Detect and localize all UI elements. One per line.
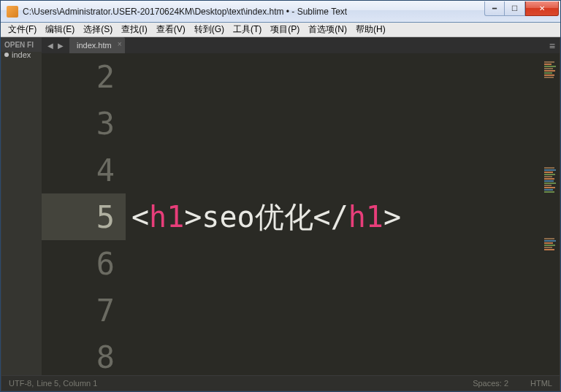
- line-number: 5: [96, 199, 115, 235]
- menu-find[interactable]: 查找(I): [117, 22, 151, 37]
- tab-close-icon[interactable]: ×: [118, 40, 122, 48]
- status-syntax[interactable]: HTML: [530, 379, 552, 388]
- status-bar: UTF-8, Line 5, Column 1 Spaces: 2 HTML: [1, 376, 560, 391]
- nav-forward-icon[interactable]: ▶: [56, 42, 65, 50]
- close-button[interactable]: ✕: [525, 1, 559, 16]
- line-number: 2: [96, 59, 115, 95]
- menu-edit[interactable]: 编辑(E): [41, 22, 79, 37]
- menu-help[interactable]: 帮助(H): [351, 22, 390, 37]
- window-controls: ━ ☐ ✕: [484, 1, 559, 16]
- tab-nav-arrows: ◀ ▶: [46, 42, 65, 50]
- open-file-label: index: [12, 50, 31, 59]
- status-spaces[interactable]: Spaces: 2: [473, 379, 508, 388]
- menu-goto[interactable]: 转到(G): [190, 22, 229, 37]
- tab-menu-icon[interactable]: ≡: [549, 40, 555, 52]
- line-number: 3: [96, 106, 115, 142]
- open-files-header: OPEN FI: [1, 37, 42, 52]
- editor-line: 3: [42, 100, 543, 147]
- editor-line: 7: [42, 287, 543, 334]
- minimap[interactable]: [543, 53, 560, 375]
- app-icon: [7, 6, 18, 18]
- maximize-button[interactable]: ☐: [505, 1, 525, 16]
- code-content[interactable]: <h1>seo优化</h1>: [126, 197, 401, 237]
- open-file-entry[interactable]: index: [1, 50, 42, 59]
- window-titlebar: C:\Users\Administrator.USER-20170624KM\D…: [1, 1, 560, 23]
- editor-area[interactable]: 2 3 4 5 <h1>seo优化</h1> 6 7 8: [42, 53, 543, 375]
- nav-back-icon[interactable]: ◀: [46, 42, 55, 50]
- modified-dot-icon: [4, 53, 9, 57]
- status-position[interactable]: Line 5, Column 1: [37, 379, 97, 388]
- status-encoding[interactable]: UTF-8,: [9, 379, 34, 388]
- tab-label: index.htm: [77, 41, 112, 50]
- tab-index-htm[interactable]: index.htm ×: [69, 37, 125, 53]
- editor-line: 6: [42, 240, 543, 287]
- line-number: 7: [96, 293, 115, 328]
- window-title: C:\Users\Administrator.USER-20170624KM\D…: [23, 7, 484, 17]
- editor-line: 2: [42, 53, 543, 100]
- line-number: 4: [96, 153, 115, 188]
- tab-strip: ◀ ▶ index.htm × ≡: [42, 37, 560, 53]
- menu-tools[interactable]: 工具(T): [229, 22, 266, 37]
- editor-line-current: 5 <h1>seo优化</h1>: [42, 193, 543, 240]
- minimize-button[interactable]: ━: [484, 1, 505, 16]
- sidebar: [1, 37, 42, 375]
- editor-line: 8: [42, 334, 543, 375]
- menu-project[interactable]: 项目(P): [266, 22, 304, 37]
- editor-line: 4: [42, 147, 543, 193]
- menu-prefs[interactable]: 首选项(N): [304, 22, 351, 37]
- menu-view[interactable]: 查看(V): [152, 22, 190, 37]
- menu-file[interactable]: 文件(F): [4, 22, 41, 37]
- line-number: 8: [96, 339, 115, 375]
- line-number: 6: [96, 246, 115, 282]
- menu-select[interactable]: 选择(S): [79, 22, 117, 37]
- menu-bar: 文件(F) 编辑(E) 选择(S) 查找(I) 查看(V) 转到(G) 工具(T…: [1, 23, 560, 37]
